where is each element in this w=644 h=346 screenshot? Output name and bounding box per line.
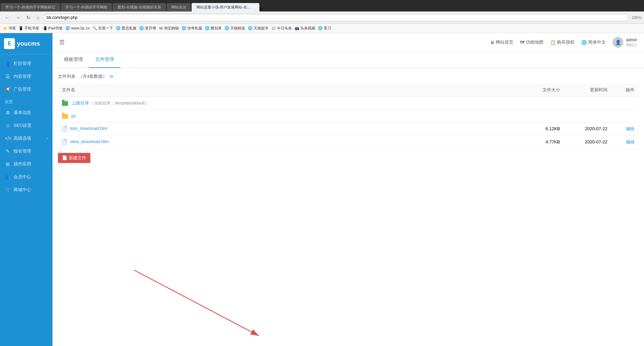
settings-section-label: 设置 xyxy=(0,96,52,106)
shop-icon: 🛒 xyxy=(5,187,11,192)
row-up-name-cell: 上级目录 （当前目录：/template/default） xyxy=(58,97,523,110)
sidebar-item-signup-label: 报名管理 xyxy=(14,148,31,154)
sidebar-logo: E youcms xyxy=(0,33,52,54)
col-header-name: 文件名 xyxy=(58,84,523,97)
bookmark-ju[interactable]: 🌐 聚划算 xyxy=(205,26,222,31)
bookmark-bookmarks[interactable]: ⭐ 书签 xyxy=(3,26,16,31)
bookmark-tianmao2[interactable]: 🌐 天猫超市 xyxy=(248,26,269,31)
col-header-action: 操作 xyxy=(611,84,639,97)
content-inner: 模板管理 文件管理 文件列表 （共4条数据） ⟳ 文件名 文件大 xyxy=(52,52,644,346)
sidebar-item-basic[interactable]: ⚙ 基本信息 xyxy=(0,106,52,119)
new-file-label: 新建文件 xyxy=(69,155,86,161)
table-row-up: 上级目录 （当前目录：/template/default） xyxy=(58,97,639,110)
sidebar-item-basic-label: 基本信息 xyxy=(14,110,31,116)
nav-home-btn[interactable]: 🖥 网站首页 xyxy=(490,39,513,45)
new-file-icon: 📄 xyxy=(62,155,67,160)
hamburger-button[interactable]: ☰ xyxy=(59,39,65,46)
page-tabs: 模板管理 文件管理 xyxy=(52,52,644,68)
members-icon: 👥 xyxy=(5,174,11,180)
sidebar-item-seo[interactable]: ◇ SEO设置 xyxy=(0,119,52,132)
pc-folder-link[interactable]: pc xyxy=(71,113,76,118)
browser-toolbar: ← → ↻ ⌂ 105% xyxy=(0,11,644,24)
browser-tab-2[interactable]: 学习一个-外插的手字网格 xyxy=(61,3,112,11)
sidebar-item-content[interactable]: ☰ 内容管理 xyxy=(0,70,52,83)
logo-badge: E xyxy=(4,38,15,49)
user-info: 👤 admin 创始人 xyxy=(613,37,637,48)
view-file-link[interactable]: view_download.htm xyxy=(70,139,109,144)
nav-lang-btn[interactable]: 🌐 简体中文 xyxy=(581,39,606,45)
basic-icon: ⚙ xyxy=(5,110,11,115)
bookmark-cage[interactable]: 🌐 笼乔博 xyxy=(139,26,156,31)
new-file-button[interactable]: 📄 新建文件 xyxy=(58,153,90,163)
bookmark-ipad[interactable]: 📲 iPad书签 xyxy=(42,26,63,31)
nav-map-btn[interactable]: 🗺 功能地图 xyxy=(520,39,543,45)
file-list-title: 文件列表 xyxy=(58,73,76,79)
nav-map-label: 功能地图 xyxy=(526,39,543,45)
sidebar-item-members[interactable]: 👥 会员中心 xyxy=(0,170,52,183)
nav-buy-label: 购买授权 xyxy=(557,39,575,45)
main-area: ☰ 🖥 网站首页 🗺 功能地图 📋 购买授权 🌐 简体中文 xyxy=(52,33,644,346)
row-view-date: 2020-07-22 xyxy=(564,135,611,148)
table-row-view: view_download.htm 4.77KB 2020-07-22 编辑 xyxy=(58,135,639,148)
row-up-date xyxy=(564,97,611,110)
forward-button[interactable]: → xyxy=(14,14,22,21)
row-lists-size: 6.12KB xyxy=(523,122,564,135)
bookmark-tianmao1[interactable]: 🌐 天猫精选 xyxy=(224,26,245,31)
bookmark-taobao[interactable]: 🛍 淘宝购物 xyxy=(159,26,178,31)
table-row-pc: pc xyxy=(58,110,639,122)
browser-tab-4[interactable]: 网站合法 xyxy=(167,3,191,11)
bookmark-mobile[interactable]: 📱 手机书签 xyxy=(19,26,39,31)
tab-close-icon[interactable]: ✕ xyxy=(259,6,263,11)
bookmark-baidu[interactable]: 🔍 百度一下 xyxy=(92,26,113,31)
bookmark-toutiao[interactable]: 📰 今日头条 xyxy=(271,26,292,31)
row-lists-action: 编辑 xyxy=(611,122,639,135)
tab-files[interactable]: 文件管理 xyxy=(89,52,120,68)
avatar: 👤 xyxy=(613,37,623,48)
up-folder-note: （当前目录：/template/default） xyxy=(90,101,149,106)
browser-tab-1[interactable]: 学习一个-外插的手字网格标记 xyxy=(1,3,60,11)
sidebar-item-signup[interactable]: ✎ 报名管理 xyxy=(0,145,52,158)
tab-template[interactable]: 模板管理 xyxy=(58,52,89,68)
row-up-action xyxy=(611,97,639,110)
sidebar-item-columns[interactable]: 👤 栏目管理 xyxy=(0,57,52,70)
refresh-icon[interactable]: ⟳ xyxy=(110,74,113,79)
main-content: 模板管理 文件管理 文件列表 （共4条数据） ⟳ 文件名 文件大 xyxy=(52,52,644,346)
home-button[interactable]: ⌂ xyxy=(35,14,41,21)
browser-tab-3[interactable]: 量刑-在视频-在视频的关系 xyxy=(113,3,166,11)
file-table: 文件名 文件大小 更新时间 操作 上级目录 xyxy=(58,84,639,149)
up-folder-link[interactable]: 上级目录 xyxy=(71,100,89,106)
sidebar-item-seo-label: SEO设置 xyxy=(14,122,31,129)
bookmark-video[interactable]: 📺 头条视频 xyxy=(295,26,315,31)
sidebar-item-shop-label: 商城中心 xyxy=(14,187,31,193)
sidebar: E youcms 👤 栏目管理 ☰ 内容管理 📢 广告管理 设置 ⚙ 基本信息 xyxy=(0,33,52,346)
bookmark-chuanqi[interactable]: 🌐 传奇私服 xyxy=(181,26,202,31)
bookmark-daodao[interactable]: 🌐 零刀 xyxy=(318,26,331,31)
row-pc-name-cell: pc xyxy=(58,110,523,122)
plugins-icon: ⊞ xyxy=(5,161,11,167)
nav-buy-btn[interactable]: 📋 购买授权 xyxy=(550,39,575,45)
sidebar-item-members-label: 会员中心 xyxy=(14,174,31,180)
folder-icon xyxy=(62,114,68,119)
table-header-row: 文件名 文件大小 更新时间 操作 xyxy=(58,84,639,97)
sidebar-item-columns-label: 栏目管理 xyxy=(14,61,31,67)
refresh-button[interactable]: ↻ xyxy=(24,14,33,21)
view-edit-link[interactable]: 编辑 xyxy=(626,139,635,144)
sidebar-item-shop[interactable]: 🛒 商城中心 xyxy=(0,183,52,196)
row-pc-action xyxy=(611,110,639,122)
row-view-name-cell: view_download.htm xyxy=(58,135,523,148)
back-button[interactable]: ← xyxy=(3,14,12,21)
content-icon: ☰ xyxy=(5,74,11,79)
url-bar[interactable] xyxy=(43,14,628,21)
bookmark-privacy[interactable]: 🌐 爱态私服 xyxy=(116,26,136,31)
seo-icon: ◇ xyxy=(5,123,11,128)
advanced-icon: </> xyxy=(5,136,11,141)
browser-tab-5[interactable]: 网站适量小强-用户发展网站-在机心… xyxy=(192,3,259,11)
map-icon: 🗺 xyxy=(520,40,524,45)
lists-edit-link[interactable]: 编辑 xyxy=(626,126,635,131)
browser-tabs: 学习一个-外插的手字网格标记 学习一个-外插的手字网格 量刑-在视频-在视频的关… xyxy=(0,0,644,11)
sidebar-item-ads[interactable]: 📢 广告管理 xyxy=(0,83,52,96)
lists-file-link[interactable]: lists_download.htm xyxy=(70,126,108,131)
bookmark-2jc[interactable]: 🌐 www.2jc.cn xyxy=(65,26,90,30)
sidebar-item-advanced[interactable]: </> 高级选项 › xyxy=(0,132,52,145)
sidebar-item-plugins[interactable]: ⊞ 插件应用 xyxy=(0,158,52,170)
